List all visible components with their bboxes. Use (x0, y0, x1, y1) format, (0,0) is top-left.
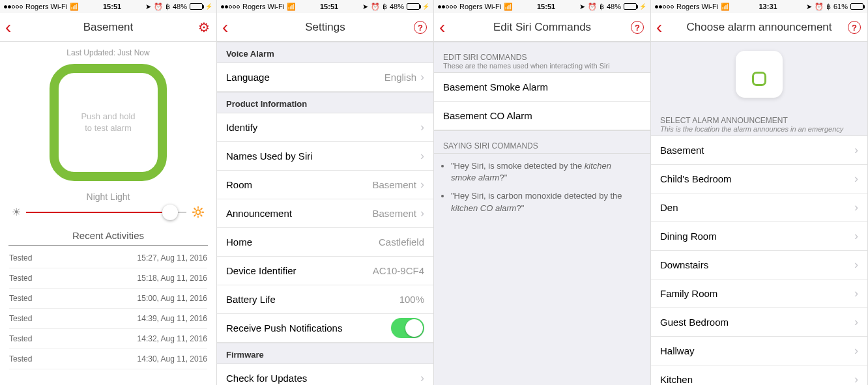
activity-label: Tested (9, 253, 32, 263)
room-row[interactable]: Den› (651, 193, 867, 222)
chevron-right-icon: › (420, 121, 424, 134)
push-toggle[interactable] (391, 318, 424, 338)
night-light-slider[interactable] (26, 212, 186, 213)
section-saying-siri: SAYING SIRI COMMANDS (434, 130, 650, 154)
battery-percent: 61% (833, 3, 848, 10)
page-title: Edit Siri Commands (493, 21, 591, 34)
row-label: Names Used by Siri (226, 150, 313, 162)
section-voice-alarm: Voice Alarm (217, 42, 433, 63)
charging-icon: ⚡ (422, 3, 429, 10)
room-row[interactable]: Family Room› (651, 279, 867, 308)
help-button[interactable]: ? (414, 13, 427, 42)
chevron-left-icon: ‹ (439, 18, 445, 36)
chevron-left-icon: ‹ (222, 18, 228, 36)
row-label: Family Room (660, 288, 717, 299)
room-row[interactable]: Guest Bedroom› (651, 308, 867, 337)
row-check-updates[interactable]: Check for Updates › (217, 364, 433, 385)
page-title: Basement (83, 21, 134, 34)
section-select-announcement: SELECT ALARM ANNOUNCEMENT This is the lo… (651, 106, 867, 136)
status-time: 15:51 (320, 3, 338, 10)
location-icon: ➤ (362, 3, 368, 11)
row-names-siri[interactable]: Names Used by Siri › (217, 142, 433, 171)
location-icon: ➤ (806, 3, 812, 11)
row-value: Basement (372, 179, 416, 190)
wifi-icon: 📶 (287, 3, 296, 11)
alarm-clock-icon: ⏰ (371, 3, 380, 11)
test-alarm-button[interactable]: Push and hold to test alarm (50, 64, 167, 181)
row-label: Basement (660, 145, 704, 156)
help-button[interactable]: ? (848, 13, 861, 42)
carrier-label: Rogers Wi-Fi (459, 3, 501, 10)
room-row[interactable]: Hallway› (651, 337, 867, 365)
screen-basement: Rogers Wi-Fi 📶 15:51 ➤ ⏰ ฿ 48% ⚡ ‹ Basem… (0, 0, 217, 385)
battery-percent: 48% (390, 3, 404, 10)
screen-settings: Rogers Wi-Fi 📶 15:51 ➤ ⏰ ฿ 48% ⚡ ‹ Setti… (217, 0, 434, 385)
battery-icon (850, 3, 863, 10)
siri-example: "Hey Siri, is carbon monoxide detected b… (451, 190, 636, 214)
back-button[interactable]: ‹ (439, 13, 445, 42)
room-row[interactable]: Downstairs› (651, 251, 867, 279)
row-announcement[interactable]: Announcement Basement› (217, 199, 433, 228)
activity-time: 15:18, Aug 11, 2016 (137, 274, 207, 283)
back-button[interactable]: ‹ (656, 13, 662, 42)
charging-icon: ⚡ (639, 3, 646, 10)
activity-time: 15:00, Aug 11, 2016 (137, 294, 207, 303)
help-icon: ? (631, 21, 644, 34)
row-value: Basement (372, 208, 416, 219)
row-language[interactable]: Language English› (217, 63, 433, 92)
section-edit-siri: EDIT SIRI COMMANDS These are the names u… (434, 42, 650, 73)
nav-bar: ‹ Settings ? (217, 13, 433, 42)
chevron-right-icon: › (854, 229, 858, 243)
chevron-right-icon: › (854, 172, 858, 186)
row-label: Receive Push Notifications (226, 322, 342, 334)
chevron-right-icon: › (854, 344, 858, 358)
slider-thumb[interactable] (162, 205, 178, 220)
room-row[interactable]: Dining Room› (651, 222, 867, 251)
siri-items: Basement Smoke AlarmBasement CO Alarm (434, 73, 650, 130)
row-label: Announcement (226, 208, 292, 219)
page-title: Choose alarm announcement (686, 21, 832, 34)
night-light-label: Night Light (87, 192, 130, 202)
chevron-left-icon: ‹ (656, 18, 662, 36)
activity-time: 14:30, Aug 11, 2016 (137, 354, 207, 364)
device-illustration (736, 51, 783, 98)
activity-time: 14:32, Aug 11, 2016 (137, 334, 207, 343)
settings-button[interactable]: ⚙ (198, 13, 210, 42)
row-label: Guest Bedroom (660, 317, 729, 328)
recent-activities-heading: Recent Activities (72, 230, 144, 245)
activity-label: Tested (9, 274, 32, 283)
page-title: Settings (305, 21, 345, 34)
row-label: Basement Smoke Alarm (443, 81, 548, 93)
siri-command-row[interactable]: Basement Smoke Alarm (434, 73, 650, 102)
room-row[interactable]: Basement› (651, 136, 867, 165)
bluetooth-icon: ฿ (166, 3, 170, 11)
back-button[interactable]: ‹ (5, 13, 11, 42)
signal-dots-icon (438, 5, 457, 8)
siri-command-row[interactable]: Basement CO Alarm (434, 102, 650, 130)
back-button[interactable]: ‹ (222, 13, 228, 42)
room-row[interactable]: Child's Bedroom› (651, 165, 867, 193)
wifi-icon: 📶 (70, 3, 79, 11)
help-icon: ? (848, 21, 861, 34)
charging-icon: ⚡ (205, 3, 212, 10)
activity-row: Tested14:30, Aug 11, 2016 (9, 349, 207, 369)
row-value: Castlefield (379, 236, 424, 248)
section-caps: EDIT SIRI COMMANDS (443, 53, 641, 62)
help-button[interactable]: ? (631, 13, 644, 42)
activity-label: Tested (9, 354, 32, 364)
section-sub: This is the location the alarm announces… (660, 125, 858, 133)
battery-percent: 48% (607, 3, 621, 10)
row-room[interactable]: Room Basement› (217, 171, 433, 199)
battery-icon (407, 3, 420, 10)
alarm-clock-icon: ⏰ (154, 3, 163, 11)
signal-dots-icon (221, 5, 240, 8)
room-row[interactable]: Kitchen› (651, 365, 867, 385)
bluetooth-icon: ฿ (826, 3, 831, 11)
row-label: Hallway (660, 345, 695, 356)
row-identify[interactable]: Identify › (217, 113, 433, 142)
row-label: Den (660, 202, 678, 213)
activity-row: Tested15:00, Aug 11, 2016 (9, 289, 207, 309)
activity-row: Tested14:39, Aug 11, 2016 (9, 309, 207, 329)
row-label: Room (226, 179, 252, 190)
row-value: 100% (399, 294, 424, 305)
